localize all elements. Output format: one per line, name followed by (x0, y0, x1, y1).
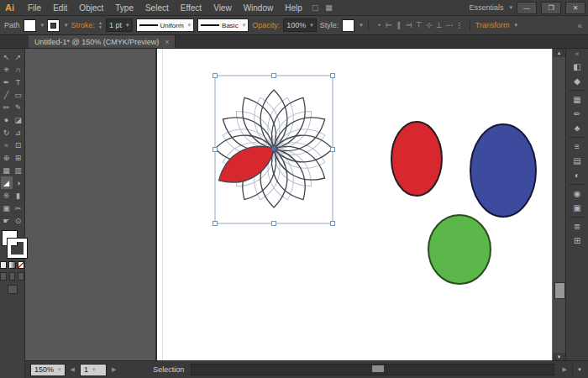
collapse-panels-icon[interactable]: « (577, 21, 584, 30)
red-ellipse[interactable] (391, 122, 442, 196)
panel-color-icon[interactable]: ◧ (569, 60, 585, 74)
tool-magic-wand[interactable]: ✳ (1, 63, 13, 76)
stroke-color-swatch[interactable] (47, 19, 60, 32)
stroke-swatch[interactable] (8, 239, 27, 258)
tool-free-transform[interactable]: ⊡ (13, 139, 24, 151)
menu-effect[interactable]: Effect (175, 3, 207, 13)
selection-handle[interactable] (331, 148, 335, 152)
blue-ellipse[interactable] (470, 124, 536, 217)
close-button[interactable]: ✕ (565, 2, 585, 14)
menu-edit[interactable]: Edit (47, 3, 73, 13)
transform-label[interactable]: Transform (475, 21, 510, 29)
next-artboard-button[interactable]: ▶ (110, 366, 118, 373)
stroke-weight-select[interactable]: 1 pt ▾ (106, 18, 133, 32)
tool-rotate[interactable]: ↻ (1, 126, 13, 139)
document-tab[interactable]: Untitled-1* @ 150% (CMYK/Preview) × (29, 35, 176, 48)
panel-stroke-icon[interactable]: ≡ (569, 139, 585, 154)
vertical-scrollbar[interactable]: ▲ ▼ (552, 49, 566, 361)
tool-zoom[interactable]: ⊙ (13, 214, 24, 227)
style-swatch[interactable] (342, 19, 354, 32)
flower-petal-outline[interactable] (274, 135, 333, 162)
align-middle-icon[interactable]: ⊹ (424, 19, 434, 31)
distribute-horizontal-icon[interactable]: ⋯ (444, 19, 454, 31)
tool-paintbrush[interactable]: ✏ (1, 101, 13, 113)
menu-help[interactable]: Help (279, 3, 308, 13)
tool-blob-brush[interactable]: ● (1, 113, 13, 126)
tool-shape-builder[interactable]: ⊕ (1, 151, 13, 164)
align-left-icon[interactable]: ⊢ (384, 19, 394, 31)
menu-type[interactable]: Type (109, 3, 139, 13)
prev-artboard-button[interactable]: ◀ (69, 366, 76, 373)
scroll-right-icon[interactable]: ▶ (561, 366, 569, 373)
tool-mesh[interactable]: ▦ (1, 164, 13, 176)
menu-select[interactable]: Select (139, 3, 175, 13)
panel-appearance-icon[interactable]: ◉ (569, 186, 585, 201)
tool-type[interactable]: T (13, 76, 24, 88)
color-button[interactable] (0, 261, 7, 269)
panel-symbols-icon[interactable]: ♣ (569, 121, 585, 135)
tool-symbol-sprayer[interactable]: ※ (1, 189, 13, 202)
draw-normal-button[interactable] (0, 272, 7, 281)
zoom-level-select[interactable]: 150% ▾ (30, 364, 66, 376)
opacity-select[interactable]: 100% ▾ (283, 18, 317, 32)
opacity-label[interactable]: Opacity: (252, 21, 280, 29)
tool-column-graph[interactable]: ▮ (13, 189, 24, 202)
tool-selection[interactable]: ↖ (1, 50, 13, 63)
menu-object[interactable]: Object (73, 3, 109, 13)
tool-blend[interactable]: ◑ (13, 176, 24, 189)
recolor-artwork-icon[interactable]: ◔ (374, 19, 384, 31)
panel-transparency-icon[interactable]: ◐ (569, 168, 585, 182)
distribute-vertical-icon[interactable]: ⋮ (454, 19, 465, 31)
gradient-button[interactable] (8, 261, 15, 269)
expand-panels-icon[interactable]: « (575, 50, 579, 60)
green-ellipse[interactable] (428, 215, 491, 284)
scrollbar-corner[interactable]: ▼ (572, 364, 586, 375)
scroll-up-icon[interactable]: ▲ (553, 49, 565, 57)
align-top-icon[interactable]: ⊤ (414, 19, 424, 31)
panel-swatches-icon[interactable]: ▦ (569, 92, 585, 107)
selection-handle[interactable] (331, 222, 335, 226)
artboard-navigation-select[interactable]: 1 ▾ (80, 364, 107, 376)
horizontal-scrollbar[interactable] (191, 364, 554, 375)
panel-artboards-icon[interactable]: ⊞ (569, 234, 585, 248)
selection-handle[interactable] (213, 148, 218, 152)
menu-view[interactable]: View (207, 3, 238, 13)
minimize-button[interactable]: — (517, 2, 537, 14)
workspace-switcher-icon[interactable]: ▦ (322, 3, 336, 12)
tool-scale[interactable]: ⊿ (13, 126, 24, 139)
selection-handle[interactable] (213, 74, 218, 78)
horizontal-scroll-thumb[interactable] (372, 365, 384, 372)
panel-graphic-styles-icon[interactable]: ▣ (569, 201, 585, 215)
draw-behind-button[interactable] (9, 272, 16, 281)
tool-direct-selection[interactable]: ↗ (13, 50, 24, 63)
tool-perspective-grid[interactable]: ⊞ (13, 151, 24, 164)
tool-pen[interactable]: ✒ (1, 76, 13, 88)
restore-button[interactable]: ❐ (541, 2, 561, 14)
tool-artboard[interactable]: ▣ (1, 202, 13, 214)
selection-handle[interactable] (272, 74, 276, 78)
flower-petal-outline[interactable] (260, 90, 287, 149)
tool-pencil[interactable]: ✎ (13, 101, 24, 113)
align-center-icon[interactable]: ∥ (394, 19, 404, 31)
panel-brushes-icon[interactable]: ✏ (569, 107, 585, 121)
panel-layers-icon[interactable]: ≣ (569, 219, 585, 234)
panel-gradient-icon[interactable]: ▤ (569, 154, 585, 168)
stroke-weight-stepper[interactable]: ▲▼ (98, 21, 102, 29)
align-bottom-icon[interactable]: ⊥ (434, 19, 444, 31)
fill-color-swatch[interactable] (24, 19, 36, 32)
selection-handle[interactable] (331, 74, 335, 78)
menu-file[interactable]: File (22, 3, 47, 13)
width-profile-select[interactable]: Uniform ▾ (136, 18, 195, 32)
tool-eraser[interactable]: ◪ (13, 113, 24, 126)
menu-window[interactable]: Window (238, 3, 280, 13)
workspace-select[interactable]: Essentials (469, 3, 503, 12)
selection-handle[interactable] (272, 222, 276, 226)
anchor-point[interactable] (271, 146, 276, 151)
arrange-documents-icon[interactable]: ▢ (308, 3, 323, 12)
panel-color-guide-icon[interactable]: ◆ (569, 74, 585, 88)
tool-width[interactable]: ≈ (1, 139, 13, 151)
screen-mode-button[interactable] (8, 285, 18, 294)
none-button[interactable] (18, 261, 24, 269)
align-right-icon[interactable]: ⊣ (404, 19, 414, 31)
tab-close-icon[interactable]: × (165, 38, 169, 46)
